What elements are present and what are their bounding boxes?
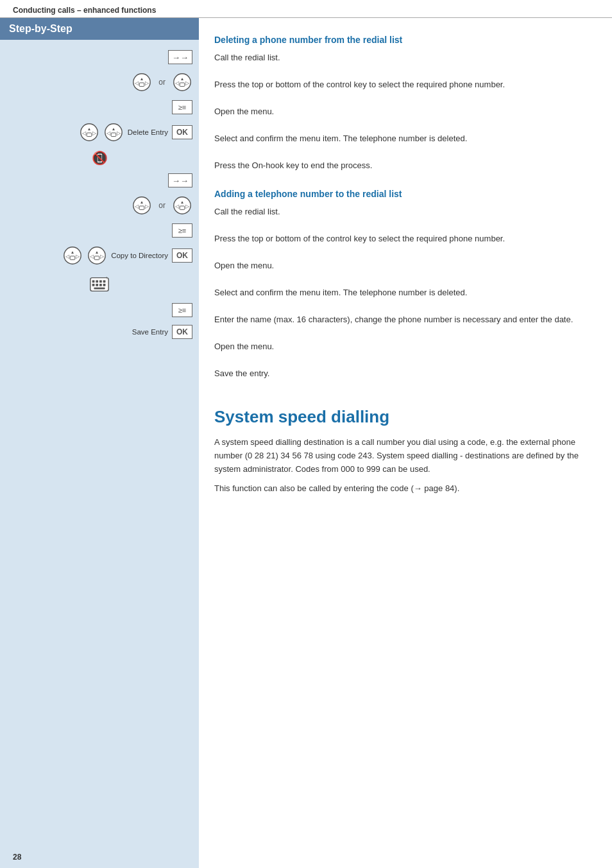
svg-rect-39: [94, 256, 99, 260]
control-key-icon-8: ▲ ◁ ▷: [87, 245, 107, 266]
control-key-icon-2: ▲ ◁ ▷: [172, 72, 192, 92]
svg-rect-9: [180, 83, 185, 87]
svg-rect-43: [99, 280, 102, 282]
delete-step-1-text: Call the redial list.: [214, 51, 597, 64]
svg-rect-24: [140, 206, 145, 210]
arrow-right-icon-2: →→: [168, 173, 192, 187]
system-speed-para1: A system speed dialling destination is a…: [214, 436, 597, 476]
add-step-3-text: Open the menu.: [214, 259, 597, 272]
svg-text:▷: ▷: [92, 130, 97, 136]
svg-text:▷: ▷: [117, 130, 121, 136]
system-speed-para2: This function can also be called by ente…: [214, 482, 597, 496]
step-row-delete-entry: ▲ ◁ ▷ ▲ ◁ ▷ Delete Entry OK: [6, 118, 192, 146]
or-label-2: or: [158, 201, 166, 210]
save-entry-label: Save Entry: [132, 328, 168, 336]
add-step-2-text: Press the top or bottom of the control k…: [214, 232, 597, 245]
menu-icon-1: ≥≡: [172, 100, 192, 114]
svg-rect-4: [140, 83, 145, 87]
control-key-icon-5: ▲ ◁ ▷: [132, 195, 152, 216]
control-key-icon-1: ▲ ◁ ▷: [132, 72, 152, 92]
page: Conducting calls – enhanced functions St…: [0, 0, 612, 868]
svg-text:▷: ▷: [146, 80, 150, 86]
svg-rect-42: [96, 280, 98, 282]
arrow-right-icon: →→: [168, 50, 192, 64]
svg-rect-34: [70, 256, 75, 260]
svg-text:▷: ▷: [76, 254, 81, 259]
add-step-1: Call the redial list.: [214, 205, 597, 226]
svg-text:▲: ▲: [71, 250, 75, 254]
svg-text:▲: ▲: [87, 126, 91, 131]
svg-text:▲: ▲: [111, 126, 115, 131]
delete-section-heading: Deleting a phone number from the redial …: [214, 35, 597, 45]
delete-step-5-text: Press the On-hook key to end the process…: [214, 159, 597, 172]
header-title: Conducting calls – enhanced functions: [13, 6, 156, 15]
step-row-save-entry: Save Entry OK: [6, 321, 192, 343]
svg-text:▷: ▷: [185, 204, 190, 209]
add-step-7: Save the entry.: [214, 367, 597, 388]
svg-text:▲: ▲: [180, 76, 185, 81]
svg-rect-49: [94, 288, 105, 290]
on-hook-icon: 📵: [92, 150, 108, 166]
menu-icon-2: ≥≡: [172, 223, 192, 238]
add-section-heading: Adding a telephone number to the redial …: [214, 189, 597, 199]
svg-text:◁: ◁: [175, 80, 180, 86]
keyboard-icon: ↑: [89, 273, 110, 295]
ok-button-3[interactable]: OK: [172, 325, 192, 339]
ok-button-1[interactable]: OK: [172, 125, 192, 139]
page-header: Conducting calls – enhanced functions: [0, 0, 612, 18]
step-row-menu-3: ≥≡: [6, 299, 192, 321]
svg-rect-45: [92, 284, 95, 286]
add-step-6-text: Open the menu.: [214, 340, 597, 353]
step-row-control-1: ▲ ◁ ▷ or ▲ ◁ ▷: [6, 68, 192, 96]
svg-text:◁: ◁: [90, 254, 94, 259]
svg-text:◁: ◁: [106, 130, 110, 136]
main-content: Deleting a phone number from the redial …: [199, 18, 612, 868]
step-row-menu-2: ≥≡: [6, 220, 192, 241]
svg-text:◁: ◁: [65, 254, 70, 259]
step-row-keyboard: ↑: [6, 270, 192, 299]
or-label-1: or: [158, 78, 166, 87]
svg-text:▲: ▲: [140, 76, 144, 81]
delete-step-2-text: Press the top or bottom of the control k…: [214, 78, 597, 91]
delete-step-4-text: Select and confirm the menu item. The te…: [214, 132, 597, 145]
svg-rect-19: [111, 133, 116, 137]
svg-rect-14: [87, 133, 92, 137]
svg-text:▲: ▲: [140, 200, 144, 204]
add-step-6: Open the menu.: [214, 340, 597, 361]
svg-text:▷: ▷: [185, 80, 190, 86]
step-row-redial-1: →→: [6, 46, 192, 68]
add-step-2: Press the top or bottom of the control k…: [214, 232, 597, 253]
menu-icon-3: ≥≡: [172, 303, 192, 317]
svg-text:◁: ◁: [81, 130, 86, 136]
add-step-4-text: Select and confirm the menu item. The te…: [214, 286, 597, 299]
sidebar: Step-by-Step →→ ▲ ◁ ▷: [0, 18, 199, 868]
control-key-icon-6: ▲ ◁ ▷: [172, 195, 192, 216]
svg-rect-47: [99, 284, 102, 286]
delete-step-4: Select and confirm the menu item. The te…: [214, 132, 597, 153]
add-step-5-text: Enter the name (max. 16 characters), cha…: [214, 313, 597, 326]
delete-step-2: Press the top or bottom of the control k…: [214, 78, 597, 99]
svg-text:◁: ◁: [135, 80, 139, 86]
svg-text:◁: ◁: [175, 204, 180, 209]
content-area: Step-by-Step →→ ▲ ◁ ▷: [0, 18, 612, 868]
control-key-icon-3: ▲ ◁ ▷: [79, 122, 99, 143]
delete-entry-label: Delete Entry: [128, 128, 168, 136]
svg-text:↑: ↑: [105, 275, 107, 280]
step-row-onhook: 📵: [6, 146, 192, 169]
control-key-icon-4: ▲ ◁ ▷: [103, 122, 124, 143]
delete-step-3-text: Open the menu.: [214, 105, 597, 118]
svg-text:▷: ▷: [146, 204, 150, 209]
delete-step-5: Press the On-hook key to end the process…: [214, 159, 597, 180]
step-row-menu-1: ≥≡: [6, 96, 192, 118]
svg-text:◁: ◁: [135, 204, 139, 209]
ok-button-2[interactable]: OK: [172, 248, 192, 263]
step-row-redial-2: →→: [6, 169, 192, 191]
svg-rect-46: [96, 284, 98, 286]
svg-rect-29: [180, 206, 185, 210]
step-row-copy-to-directory: ▲ ◁ ▷ ▲ ◁ ▷ Copy to Directory OK: [6, 241, 192, 270]
add-step-1-text: Call the redial list.: [214, 205, 597, 218]
control-key-icon-7: ▲ ◁ ▷: [62, 245, 83, 266]
delete-step-1: Call the redial list.: [214, 51, 597, 72]
step-row-control-2: ▲ ◁ ▷ or ▲ ◁ ▷: [6, 191, 192, 220]
delete-step-3: Open the menu.: [214, 105, 597, 126]
